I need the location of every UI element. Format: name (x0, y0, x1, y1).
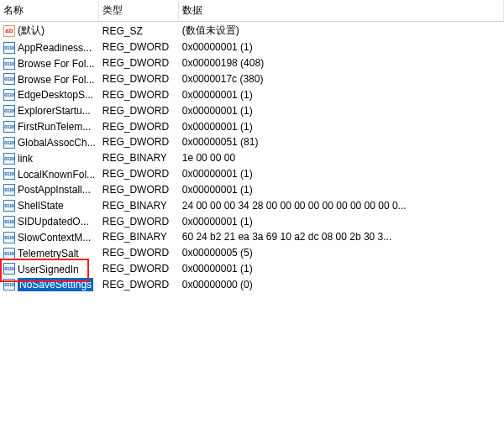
registry-values-table[interactable]: 名称 类型 数据 (默认)REG_SZ(数值未设置)AppReadiness..… (0, 0, 504, 292)
registry-row[interactable]: ExplorerStartu...REG_DWORD0x00000001 (1) (0, 102, 504, 118)
value-name-label: NoSaveSettings (18, 278, 93, 291)
registry-row[interactable]: FirstRunTelem...REG_DWORD0x00000001 (1) (0, 118, 504, 134)
registry-row[interactable]: NoSaveSettingsREG_DWORD0x00000000 (0) (0, 276, 504, 292)
annotation-arrow (0, 292, 504, 424)
registry-row[interactable]: GlobalAssocCh...REG_DWORD0x00000051 (81) (0, 134, 504, 150)
binary-value-icon (3, 73, 15, 85)
value-type-cell: REG_BINARY (99, 150, 179, 166)
registry-row[interactable]: linkREG_BINARY1e 00 00 00 (0, 150, 504, 166)
binary-value-icon (3, 200, 15, 212)
value-data-cell: 0x00000001 (1) (179, 261, 504, 277)
value-type-cell: REG_DWORD (99, 55, 179, 71)
value-name-label: TelemetrySalt (18, 248, 79, 259)
value-name-cell[interactable]: ExplorerStartu... (0, 102, 99, 118)
value-name-cell[interactable]: EdgeDesktopS... (0, 86, 99, 102)
value-name-cell[interactable]: SlowContextM... (0, 229, 99, 245)
binary-value-icon (3, 153, 15, 165)
value-name-label: LocalKnownFol... (18, 168, 95, 180)
registry-row[interactable]: Browse For Fol...REG_DWORD0x00000198 (40… (0, 55, 504, 71)
value-name-label: Browse For Fol... (18, 73, 94, 85)
binary-value-icon (3, 121, 15, 133)
value-type-cell: REG_DWORD (99, 102, 179, 118)
value-data-cell: 24 00 00 00 34 28 00 00 00 00 00 00 00 0… (179, 197, 504, 213)
value-data-cell: 0x0000017c (380) (179, 71, 504, 87)
value-data-cell: 0x00000001 (1) (179, 213, 504, 229)
column-header-name[interactable]: 名称 (0, 0, 99, 22)
binary-value-icon (3, 263, 15, 275)
binary-value-icon (3, 58, 15, 70)
column-header-row[interactable]: 名称 类型 数据 (0, 0, 504, 22)
value-type-cell: REG_DWORD (99, 134, 179, 150)
value-name-label: FirstRunTelem... (18, 121, 91, 133)
registry-row[interactable]: Browse For Fol...REG_DWORD0x0000017c (38… (0, 71, 504, 87)
value-type-cell: REG_DWORD (99, 39, 179, 55)
registry-row[interactable]: SIDUpdatedO...REG_DWORD0x00000001 (1) (0, 213, 504, 229)
value-name-cell[interactable]: link (0, 150, 99, 166)
value-name-cell[interactable]: NoSaveSettings (0, 276, 99, 292)
value-name-cell[interactable]: ShellState (0, 197, 99, 213)
value-type-cell: REG_SZ (99, 22, 179, 40)
value-data-cell: 0x00000005 (5) (179, 245, 504, 261)
value-type-cell: REG_DWORD (99, 213, 179, 229)
value-name-cell[interactable]: Browse For Fol... (0, 55, 99, 71)
value-type-cell: REG_DWORD (99, 166, 179, 182)
value-name-cell[interactable]: TelemetrySalt (0, 245, 99, 261)
value-data-cell: 0x00000001 (1) (179, 86, 504, 102)
value-name-label: ExplorerStartu... (18, 105, 91, 117)
registry-row[interactable]: ShellStateREG_BINARY24 00 00 00 34 28 00… (0, 197, 504, 213)
value-name-cell[interactable]: LocalKnownFol... (0, 166, 99, 182)
binary-value-icon (3, 184, 15, 196)
value-name-label: GlobalAssocCh... (18, 137, 96, 149)
binary-value-icon (3, 42, 15, 54)
registry-row[interactable]: PostAppInstall...REG_DWORD0x00000001 (1) (0, 181, 504, 197)
value-data-cell: 0x00000001 (1) (179, 166, 504, 182)
value-data-cell: 0x00000001 (1) (179, 102, 504, 118)
value-name-label: UserSignedIn (18, 263, 79, 275)
value-type-cell: REG_BINARY (99, 229, 179, 245)
column-header-data[interactable]: 数据 (179, 0, 504, 22)
string-value-icon (3, 25, 15, 37)
value-name-cell[interactable]: UserSignedIn (0, 261, 99, 277)
value-name-label: SlowContextM... (18, 232, 91, 243)
value-name-cell[interactable]: (默认) (0, 22, 99, 40)
binary-value-icon (3, 216, 15, 228)
value-type-cell: REG_DWORD (99, 86, 179, 102)
value-name-label: AppReadiness... (18, 42, 92, 54)
binary-value-icon (3, 279, 15, 291)
value-name-label: link (18, 153, 33, 165)
value-type-cell: REG_DWORD (99, 261, 179, 277)
registry-row[interactable]: SlowContextM...REG_BINARY60 24 b2 21 ea … (0, 229, 504, 245)
registry-row[interactable]: TelemetrySaltREG_DWORD0x00000005 (5) (0, 245, 504, 261)
value-data-cell: 0x00000000 (0) (179, 276, 504, 292)
value-type-cell: REG_BINARY (99, 197, 179, 213)
binary-value-icon (3, 89, 15, 101)
value-name-cell[interactable]: PostAppInstall... (0, 181, 99, 197)
value-name-cell[interactable]: GlobalAssocCh... (0, 134, 99, 150)
value-name-cell[interactable]: AppReadiness... (0, 39, 99, 55)
value-name-label: SIDUpdatedO... (18, 216, 89, 228)
registry-row[interactable]: (默认)REG_SZ(数值未设置) (0, 22, 504, 40)
value-data-cell: 0x00000198 (408) (179, 55, 504, 71)
binary-value-icon (3, 137, 15, 149)
value-data-cell: 0x00000051 (81) (179, 134, 504, 150)
value-name-label: Browse For Fol... (18, 58, 94, 70)
value-type-cell: REG_DWORD (99, 181, 179, 197)
value-type-cell: REG_DWORD (99, 71, 179, 87)
value-data-cell: 1e 00 00 00 (179, 150, 504, 166)
value-name-label: EdgeDesktopS... (18, 89, 93, 101)
value-name-cell[interactable]: FirstRunTelem... (0, 118, 99, 134)
value-type-cell: REG_DWORD (99, 245, 179, 261)
registry-row[interactable]: LocalKnownFol...REG_DWORD0x00000001 (1) (0, 166, 504, 182)
value-name-cell[interactable]: Browse For Fol... (0, 71, 99, 87)
registry-row[interactable]: AppReadiness...REG_DWORD0x00000001 (1) (0, 39, 504, 55)
column-header-type[interactable]: 类型 (99, 0, 179, 22)
value-data-cell: 60 24 b2 21 ea 3a 69 10 a2 dc 08 00 2b 3… (179, 229, 504, 245)
binary-value-icon (3, 248, 15, 259)
value-name-cell[interactable]: SIDUpdatedO... (0, 213, 99, 229)
registry-row[interactable]: EdgeDesktopS...REG_DWORD0x00000001 (1) (0, 86, 504, 102)
value-name-label: ShellState (18, 200, 64, 212)
value-type-cell: REG_DWORD (99, 276, 179, 292)
value-data-cell: 0x00000001 (1) (179, 39, 504, 55)
binary-value-icon (3, 105, 15, 117)
registry-row[interactable]: UserSignedInREG_DWORD0x00000001 (1) (0, 261, 504, 277)
